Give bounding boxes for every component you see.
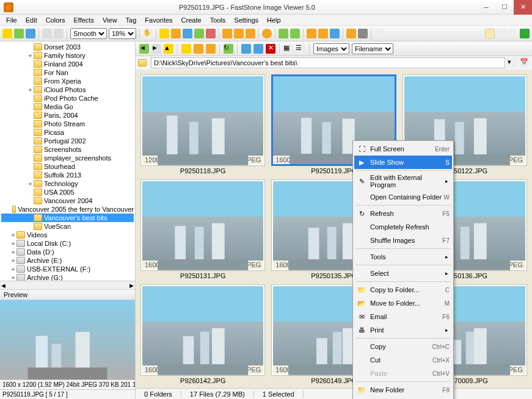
menu-colors[interactable]: Colors bbox=[42, 16, 69, 24]
open-icon[interactable] bbox=[2, 29, 12, 38]
brightness-icon[interactable] bbox=[262, 29, 272, 38]
expand-icon[interactable]: + bbox=[10, 274, 16, 281]
menu-settings[interactable]: Settings bbox=[230, 16, 262, 24]
menu-item-edit-with-external-program[interactable]: ✎Edit with External Program▸ bbox=[354, 172, 452, 190]
tree-item[interactable]: USA 2005 bbox=[1, 188, 134, 196]
crop-icon[interactable] bbox=[290, 29, 300, 38]
view1-icon[interactable] bbox=[485, 29, 495, 38]
flip-icon[interactable] bbox=[246, 29, 255, 38]
view3-icon[interactable] bbox=[508, 29, 518, 38]
expand-icon[interactable]: + bbox=[10, 257, 16, 264]
expand-icon[interactable]: + bbox=[10, 240, 16, 247]
tool2-icon[interactable] bbox=[171, 29, 181, 38]
expand-icon[interactable]: + bbox=[10, 248, 16, 256]
tool5-icon[interactable] bbox=[206, 29, 216, 38]
preview-image[interactable] bbox=[0, 300, 135, 379]
menu-tools[interactable]: Tools bbox=[206, 16, 230, 24]
view2-icon[interactable] bbox=[497, 29, 506, 38]
path-cal-icon[interactable]: 📅 bbox=[520, 58, 530, 68]
tree-item[interactable]: Finland 2004 bbox=[1, 60, 134, 68]
redo-icon[interactable] bbox=[54, 29, 64, 38]
menu-item-select[interactable]: Select▸ bbox=[354, 267, 452, 280]
tree-item[interactable]: +USB-EXTERNAL (F:) bbox=[1, 265, 134, 273]
tree-item[interactable]: For Nan bbox=[1, 68, 134, 77]
tree-item[interactable]: iPod Photo Cache bbox=[1, 94, 134, 102]
expand-icon[interactable]: + bbox=[27, 180, 34, 187]
menu-item-print[interactable]: 🖶Print▸ bbox=[354, 323, 452, 337]
tree-item[interactable]: smplayer_screenshots bbox=[1, 154, 134, 162]
tree-item[interactable]: +Archive (E:) bbox=[1, 256, 134, 265]
email-icon[interactable] bbox=[330, 29, 340, 38]
forward-icon[interactable]: ► bbox=[151, 44, 161, 54]
tree-item[interactable]: Vancouver's best bits bbox=[1, 214, 134, 222]
menu-item-copy-to-folder-[interactable]: 📁Copy to Folder...C bbox=[354, 283, 452, 297]
rotate-right-icon[interactable] bbox=[234, 29, 244, 38]
tree-item[interactable]: +Archive (G:) bbox=[1, 273, 134, 281]
sort-select[interactable]: Filename bbox=[352, 43, 393, 54]
fav3-icon[interactable] bbox=[206, 44, 216, 54]
menu-item-full-screen[interactable]: ⛶Full ScreenEnter bbox=[354, 142, 452, 156]
menu-favorites[interactable]: Favorites bbox=[141, 16, 176, 24]
menu-item-delete[interactable]: ✕DeleteDel bbox=[354, 397, 452, 399]
expand-icon[interactable]: + bbox=[10, 231, 16, 239]
undo-icon[interactable] bbox=[42, 29, 52, 38]
tree-item[interactable]: Portugal 2002 bbox=[1, 137, 134, 145]
menu-item-tools[interactable]: Tools▸ bbox=[354, 250, 452, 264]
back-icon[interactable]: ◄ bbox=[139, 44, 149, 54]
rotate-left-icon[interactable] bbox=[222, 29, 232, 38]
tree-item[interactable]: VueScan bbox=[1, 222, 134, 231]
tree-item[interactable]: +Videos bbox=[1, 231, 134, 239]
menu-item-completely-refresh[interactable]: Completely Refresh bbox=[354, 220, 452, 234]
tree-item[interactable]: Suffolk 2013 bbox=[1, 171, 134, 179]
tree-item[interactable]: +Technology bbox=[1, 179, 134, 188]
path-go-icon[interactable]: ▾ bbox=[508, 58, 517, 68]
refresh-icon[interactable]: ↻ bbox=[224, 44, 233, 54]
zoom-select[interactable]: 18% bbox=[109, 28, 136, 39]
fav2-icon[interactable] bbox=[194, 44, 203, 54]
menu-item-email[interactable]: ✉EmailF6 bbox=[354, 310, 452, 323]
menu-help[interactable]: Help bbox=[263, 16, 285, 24]
tree-item[interactable]: +Family history bbox=[1, 51, 134, 60]
thumbnails-area[interactable]: 1200x1600JPEGP9250118.JPG1600x1200JPEGP9… bbox=[136, 70, 532, 388]
copy-icon[interactable] bbox=[241, 44, 251, 54]
tree-item[interactable]: From Xperia bbox=[1, 77, 134, 85]
tree-item[interactable]: Vancouver 2005 the ferry to Vancouver bbox=[1, 205, 134, 214]
folder-tree[interactable]: Dorset 2003+Family historyFinland 2004Fo… bbox=[0, 41, 135, 281]
delete-icon[interactable]: ✕ bbox=[266, 44, 275, 54]
thumbnail[interactable]: 1600x1200JPEGP9260142.JPG bbox=[140, 284, 265, 386]
filter-select[interactable]: Images bbox=[313, 43, 349, 54]
tool1-icon[interactable] bbox=[159, 29, 169, 38]
menu-file[interactable]: File bbox=[2, 16, 21, 24]
maximize-button[interactable]: ☐ bbox=[495, 0, 514, 15]
menu-item-shuffle-images[interactable]: Shuffle ImagesF7 bbox=[354, 234, 452, 247]
folder2-icon[interactable] bbox=[318, 29, 328, 38]
minimize-button[interactable]: ─ bbox=[477, 0, 495, 15]
fav1-icon[interactable] bbox=[181, 44, 191, 54]
acquire-icon[interactable] bbox=[346, 29, 356, 38]
close-button[interactable]: ✕ bbox=[514, 0, 532, 15]
menu-edit[interactable]: Edit bbox=[22, 16, 41, 24]
viewmode1-icon[interactable]: ▦ bbox=[283, 44, 293, 54]
tool3-icon[interactable] bbox=[183, 29, 192, 38]
cut-icon[interactable] bbox=[253, 44, 263, 54]
menu-item-open-containing-folder[interactable]: Open Containing FolderW bbox=[354, 190, 452, 204]
viewmode2-icon[interactable]: ☰ bbox=[296, 44, 305, 54]
menu-item-slide-show[interactable]: ▶Slide ShowS bbox=[354, 156, 452, 169]
menu-create[interactable]: Create bbox=[178, 16, 205, 24]
tree-item[interactable]: Media Go bbox=[1, 102, 134, 111]
menu-effects[interactable]: Effects bbox=[70, 16, 98, 24]
menu-item-cut[interactable]: CutCtrl+X bbox=[354, 353, 452, 367]
tree-item[interactable]: +iCloud Photos bbox=[1, 85, 134, 94]
tree-item[interactable]: Paris, 2004 bbox=[1, 111, 134, 120]
menu-item-copy[interactable]: CopyCtrl+C bbox=[354, 340, 452, 353]
smooth-select[interactable]: Smooth bbox=[70, 28, 107, 39]
settings-icon[interactable] bbox=[374, 29, 384, 38]
menu-view[interactable]: View bbox=[99, 16, 121, 24]
thumbnail[interactable]: 1600x1200JPEGP9250131.JPG bbox=[140, 179, 265, 281]
menu-item-move-to-folder-[interactable]: 📂Move to Folder...M bbox=[354, 297, 452, 310]
tree-item[interactable]: Screenshots bbox=[1, 145, 134, 154]
tree-item[interactable]: Dorset 2003 bbox=[1, 43, 134, 51]
resize-icon[interactable] bbox=[279, 29, 288, 38]
folder1-icon[interactable] bbox=[307, 29, 316, 38]
expand-icon[interactable]: + bbox=[27, 86, 34, 93]
